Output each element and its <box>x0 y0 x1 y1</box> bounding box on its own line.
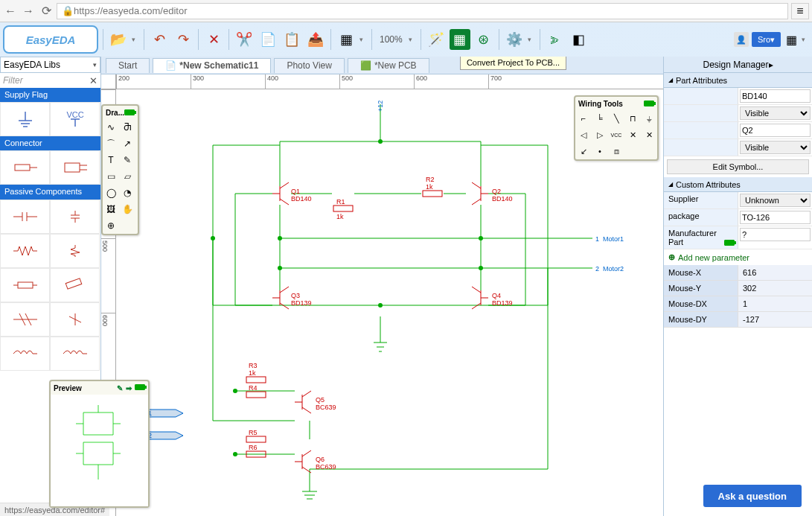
wiring-tools-panel[interactable]: Wiring Tools ⌐╘╲⊓⏚ ◁▷VCC✕✕ ↙•⧈ <box>574 95 659 161</box>
lib-item-ind[interactable] <box>50 337 100 371</box>
vcc-tool-icon[interactable]: VCC <box>608 127 624 143</box>
pan-tool-icon[interactable]: ✋ <box>119 201 135 217</box>
line-tool-icon[interactable]: ∿ <box>103 119 119 136</box>
align-dd[interactable]: ▾ <box>359 36 367 43</box>
bezier-tool-icon[interactable]: Ⴋ <box>119 119 135 136</box>
svg-text:R6: R6 <box>249 444 258 451</box>
tab-schematic[interactable]: 📄*New Schematic11 <box>153 58 271 73</box>
back-button[interactable]: ← <box>3 4 18 19</box>
preview-panel[interactable]: Preview✎➡ <box>49 380 150 508</box>
export-icon[interactable]: 📤 <box>305 29 326 50</box>
pie-tool-icon[interactable]: ◔ <box>119 185 135 201</box>
attr-prefix-input[interactable] <box>740 124 811 137</box>
zoom-dd[interactable]: ▾ <box>409 36 416 43</box>
origin-tool-icon[interactable]: ⊕ <box>103 217 119 234</box>
supplier-select[interactable]: Unknown <box>740 194 811 207</box>
url-bar[interactable]: 🔒 https://easyeda.com/editor <box>57 3 788 19</box>
drawing-tools-panel[interactable]: Dra... ∿Ⴋ ⌒↗ T✎ ▭▱ ◯◔ 🖼✋ ⊕ <box>101 104 139 235</box>
add-parameter-button[interactable]: ⊕Add new parameter <box>664 249 812 265</box>
lib-item-res[interactable] <box>50 234 100 268</box>
lib-section-header[interactable]: Connector <box>0 136 100 150</box>
package-input[interactable] <box>740 211 811 224</box>
bus-tool-icon[interactable]: ╘ <box>592 110 608 127</box>
lib-item-cap[interactable] <box>0 200 50 234</box>
rect-tool-icon[interactable]: ▭ <box>103 168 119 185</box>
cut-icon[interactable]: ✂️ <box>234 29 255 50</box>
user-menu[interactable]: Sro ▾ <box>752 32 781 47</box>
netflag-tool-icon[interactable]: ▷ <box>592 127 608 143</box>
align-icon[interactable]: ▦ <box>336 29 357 50</box>
tab-photo[interactable]: Photo View <box>274 58 345 73</box>
preview-place-icon[interactable]: ➡ <box>126 384 132 392</box>
filter-clear-icon[interactable]: ✕ <box>89 75 97 86</box>
contrast-icon[interactable]: ◧ <box>569 29 589 50</box>
pcb-icon[interactable]: ▦ <box>450 29 470 50</box>
lib-section-header[interactable]: Passive Components <box>0 185 100 199</box>
mouse-dx-val: 1 <box>738 296 812 311</box>
open-folder-icon[interactable]: 📂 <box>108 29 129 50</box>
wire2-tool-icon[interactable]: ↙ <box>575 143 592 159</box>
pencil-tool-icon[interactable]: ✎ <box>119 152 135 168</box>
attr-visible-select[interactable]: Visible <box>740 106 811 120</box>
forward-button[interactable]: → <box>21 4 36 19</box>
text-tool-icon[interactable]: T <box>103 152 119 168</box>
filter-input[interactable]: Filter <box>3 75 23 86</box>
design-manager-button[interactable]: Design Manager ▸ <box>664 57 812 73</box>
wire-tool-icon[interactable]: ⌐ <box>575 110 592 127</box>
lib-item-ind[interactable] <box>0 337 50 371</box>
lib-item-cap[interactable] <box>50 200 100 234</box>
cross-tool-icon[interactable]: ✕ <box>641 127 657 143</box>
tab-pcb[interactable]: 🟩*New PCB <box>348 58 429 73</box>
wand-icon[interactable]: 🪄 <box>426 29 447 50</box>
arc-tool-icon[interactable]: ⌒ <box>103 136 119 152</box>
gerber-icon[interactable]: ⊛ <box>473 29 494 50</box>
arrow-tool-icon[interactable]: ↗ <box>119 136 135 152</box>
gear-icon[interactable]: ⚙️ <box>504 29 525 50</box>
ellipse-tool-icon[interactable]: ◯ <box>103 185 119 201</box>
mfr-input[interactable] <box>740 228 811 241</box>
lib-item-vcc[interactable]: VCC <box>50 102 100 136</box>
ask-question-button[interactable]: Ask a question <box>703 485 802 507</box>
lib-item-res[interactable] <box>0 234 50 268</box>
lib-item-conn[interactable] <box>0 150 50 185</box>
delete-icon[interactable]: ✕ <box>203 29 224 50</box>
polygon-tool-icon[interactable]: ▱ <box>119 168 135 185</box>
undo-icon[interactable]: ↶ <box>149 29 170 50</box>
svg-point-14 <box>278 236 282 241</box>
paste-icon[interactable]: 📋 <box>281 29 302 50</box>
lib-item-res[interactable] <box>50 268 100 302</box>
netport-tool-icon[interactable]: ◁ <box>575 127 592 143</box>
svg-rect-9 <box>65 278 82 288</box>
lib-item-conn[interactable] <box>50 150 100 185</box>
lib-item-res[interactable] <box>0 268 50 302</box>
lib-item-gnd[interactable] <box>0 102 50 136</box>
image-tool-icon[interactable]: 🖼 <box>103 201 119 217</box>
edit-symbol-button[interactable]: Edit Symbol... <box>667 159 809 174</box>
open-dd[interactable]: ▾ <box>132 36 139 43</box>
tab-start[interactable]: Start <box>106 58 150 73</box>
attr-visible-select[interactable]: Visible <box>740 141 811 154</box>
nc-tool-icon[interactable]: ✕ <box>624 127 641 143</box>
part-attributes-header[interactable]: ◢Part Attributes <box>664 73 812 88</box>
busentry-tool-icon[interactable]: ╲ <box>608 110 624 127</box>
mouse-y-label: Mouse-Y <box>664 281 738 296</box>
gnd-tool-icon[interactable]: ⏚ <box>641 110 657 127</box>
group-tool-icon[interactable]: ⧈ <box>608 143 624 159</box>
avatar[interactable]: 👤 <box>734 32 749 47</box>
libs-dropdown[interactable]: EasyEDA Libs▾ <box>0 57 100 73</box>
lib-item-ind[interactable] <box>50 302 100 337</box>
lib-item-ind[interactable] <box>0 302 50 337</box>
netlabel-tool-icon[interactable]: ⊓ <box>624 110 641 127</box>
junction-tool-icon[interactable]: • <box>592 143 608 159</box>
gear-dd[interactable]: ▾ <box>528 36 535 43</box>
attr-name-input[interactable] <box>740 89 811 103</box>
share-icon[interactable]: ⪢ <box>545 29 566 50</box>
grid-prefs-icon[interactable]: ▦ <box>784 32 799 47</box>
redo-icon[interactable]: ↷ <box>173 29 194 50</box>
browser-menu[interactable]: ≡ <box>791 3 809 19</box>
reload-button[interactable]: ⟳ <box>39 4 54 19</box>
preview-edit-icon[interactable]: ✎ <box>117 384 123 392</box>
copy-icon[interactable]: 📄 <box>258 29 278 50</box>
lib-section-header[interactable]: Supply Flag <box>0 88 100 102</box>
custom-attributes-header[interactable]: ◢Custom Attributes <box>664 177 812 192</box>
